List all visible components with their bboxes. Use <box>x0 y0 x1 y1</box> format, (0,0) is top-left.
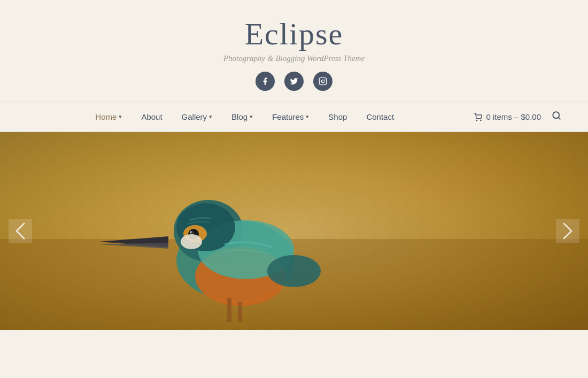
site-header: Eclipse Photography & Blogging WordPress… <box>0 0 588 102</box>
search-icon <box>552 111 561 120</box>
gallery-dropdown-icon: ▾ <box>209 113 212 120</box>
svg-point-18 <box>190 232 192 233</box>
nav-item-shop[interactable]: Shop <box>319 104 357 130</box>
nav-item-contact[interactable]: Contact <box>357 104 404 130</box>
svg-point-2 <box>324 79 325 80</box>
slider-next-button[interactable] <box>556 219 579 243</box>
cart-icon <box>473 113 483 121</box>
site-title: Eclipse <box>245 16 344 52</box>
prev-arrow-icon <box>14 221 26 241</box>
hero-slider <box>0 132 588 330</box>
svg-rect-24 <box>238 302 242 322</box>
nav-list: Home ▾ About Gallery ▾ Blog ▾ Features ▾… <box>21 104 468 130</box>
nav-item-gallery[interactable]: Gallery ▾ <box>172 104 222 130</box>
nav-item-blog[interactable]: Blog ▾ <box>222 104 262 130</box>
svg-line-6 <box>558 117 560 119</box>
nav-item-home[interactable]: Home ▾ <box>86 104 131 130</box>
cart-button[interactable]: 0 items – $0.00 <box>468 104 546 130</box>
blog-dropdown-icon: ▾ <box>250 113 253 120</box>
svg-point-19 <box>181 234 202 249</box>
facebook-icon[interactable] <box>256 72 275 91</box>
home-dropdown-icon: ▾ <box>119 113 122 120</box>
svg-point-3 <box>477 120 477 120</box>
next-arrow-icon <box>562 221 574 241</box>
social-icons-bar <box>256 72 332 91</box>
cart-label: 0 items – $0.00 <box>486 112 541 121</box>
search-button[interactable] <box>546 102 567 132</box>
features-dropdown-icon: ▾ <box>306 113 309 120</box>
svg-rect-0 <box>319 78 326 84</box>
site-tagline: Photography & Blogging WordPress Theme <box>223 54 365 63</box>
instagram-icon[interactable] <box>313 72 332 91</box>
svg-point-1 <box>321 80 324 82</box>
nav-item-features[interactable]: Features ▾ <box>262 104 319 130</box>
main-nav: Home ▾ About Gallery ▾ Blog ▾ Features ▾… <box>0 102 588 132</box>
svg-rect-23 <box>227 298 231 322</box>
svg-point-22 <box>267 255 321 287</box>
nav-item-about[interactable]: About <box>131 104 172 130</box>
slider-prev-button[interactable] <box>9 219 32 243</box>
twitter-icon[interactable] <box>284 72 304 91</box>
svg-point-4 <box>481 120 481 120</box>
hero-bird-image <box>0 132 588 330</box>
